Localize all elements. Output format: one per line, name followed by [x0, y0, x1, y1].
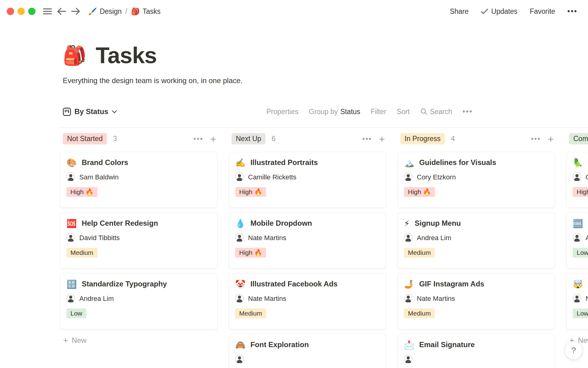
search-button[interactable]: Search [420, 108, 452, 116]
task-card[interactable]: ✍️Illustrated PortraitsCamille RickettsH… [229, 152, 386, 208]
avatar-wrap [573, 233, 581, 243]
new-button[interactable]: New [483, 105, 527, 118]
task-card[interactable]: 🏔️Guidelines for VisualsCory EtzkornHigh… [398, 152, 555, 208]
task-card[interactable]: 🔠Standardize TypographyAndrea LimLow [60, 273, 217, 329]
zoom-button[interactable] [28, 8, 36, 15]
column-tools: •••+ [362, 134, 385, 144]
new-dropdown-button[interactable] [514, 110, 527, 113]
breadcrumb-item-design[interactable]: 🖌️Design [88, 7, 122, 16]
filter-button[interactable]: Filter [371, 108, 386, 116]
avatar [235, 355, 244, 363]
card-title-row: 💧Mobile Dropdown [235, 219, 380, 228]
assignee-name: C [586, 173, 588, 181]
task-card[interactable]: 🆘Help Center RedesignDavid TibbittsMediu… [60, 213, 217, 269]
task-card[interactable]: 🤡Illustrated Facebook AdsNate MartinsMed… [229, 273, 386, 329]
see-no-evil-monkey-icon: 🙈 [235, 341, 246, 349]
chevron-down-icon [518, 110, 523, 113]
view-more-button[interactable]: ••• [463, 108, 473, 116]
minimize-button[interactable] [17, 8, 25, 15]
card-title-row: 🦜U [573, 158, 588, 167]
updates-button[interactable]: Updates [481, 7, 518, 16]
group-by-button[interactable]: Group by Status [309, 108, 360, 116]
help-button[interactable]: ? [565, 342, 582, 359]
breadcrumb-item-tasks[interactable]: 🎒Tasks [131, 7, 161, 16]
task-card[interactable]: 🙈Font Exploration [229, 334, 386, 368]
card-assignee: Cory Etzkorn [404, 172, 548, 182]
column-more-button[interactable]: ••• [194, 135, 203, 143]
assignee-name: Cory Etzkorn [417, 173, 456, 181]
card-assignee: N [573, 294, 588, 304]
assignee-name: Sam Baldwin [79, 173, 119, 181]
status-pill-next-up[interactable]: Next Up [232, 133, 266, 144]
avatar [66, 233, 75, 242]
card-title-row: 🎨Brand Colors [66, 158, 211, 167]
task-card[interactable]: 🆒EALow [566, 213, 588, 269]
task-card[interactable]: 🎨Brand ColorsSam BaldwinHigh 🔥 [60, 152, 217, 208]
status-pill-completed[interactable]: Completed [569, 133, 588, 144]
properties-button[interactable]: Properties [266, 108, 299, 116]
add-card-button[interactable]: + [210, 134, 216, 144]
avatar [404, 355, 413, 363]
add-card-button[interactable]: + [379, 134, 385, 144]
column-count: 3 [113, 135, 117, 143]
page-description[interactable]: Everything the design team is working on… [63, 76, 588, 85]
priority-tag: Medium [404, 248, 435, 258]
share-button[interactable]: Share [450, 7, 469, 16]
favorite-button[interactable]: Favorite [530, 7, 555, 16]
view-switcher[interactable]: By Status [63, 107, 117, 116]
status-pill-in-progress[interactable]: In Progress [400, 133, 445, 144]
column-more-button[interactable]: ••• [531, 135, 541, 143]
card-title: GIF Instagram Ads [419, 280, 484, 288]
card-title-row: 🆒E [573, 219, 588, 228]
more-actions-button[interactable]: ••• [567, 7, 578, 16]
task-card[interactable]: 📩Email Signature [398, 334, 555, 368]
page-body: 🎒 Tasks Everything the design team is wo… [0, 42, 588, 368]
palette-icon: 🎨 [66, 159, 77, 167]
card-title: Illustrated Facebook Ads [251, 280, 338, 288]
task-card[interactable]: 💧Mobile DropdownNate MartinsHigh 🔥 [229, 213, 386, 269]
backpack-icon: 🎒 [131, 7, 140, 16]
card-title: Illustrated Portraits [251, 158, 318, 167]
card-assignee [404, 355, 548, 364]
window-controls [7, 8, 36, 15]
back-button[interactable] [57, 7, 66, 15]
task-card[interactable]: 🤳GIF Instagram AdsNate MartinsMedium [398, 273, 555, 329]
search-label: Search [430, 108, 452, 116]
avatar-wrap [66, 294, 75, 304]
parrot-icon: 🦜 [573, 159, 583, 167]
group-by-value: Status [340, 108, 360, 116]
task-card[interactable]: 🤯HNLow [566, 273, 588, 329]
card-title-row: 🤡Illustrated Facebook Ads [235, 280, 380, 288]
high-voltage-icon: ⚡ [404, 219, 410, 228]
card-assignee: Nate Martins [235, 233, 380, 243]
assignee-name: David Tibbitts [79, 234, 120, 242]
card-assignee: C [573, 172, 588, 182]
task-card[interactable]: 🦜UCHigh 🔥 [566, 152, 588, 208]
add-card-button[interactable]: + [548, 134, 554, 144]
priority-tag: Low [66, 309, 86, 318]
status-pill-not-started[interactable]: Not Started [63, 133, 107, 144]
new-card-button[interactable]: +New [63, 336, 219, 345]
column-header: In Progress4•••+ [400, 133, 554, 144]
new-button-label[interactable]: New [483, 108, 509, 116]
column-header: Completed•••+ [569, 133, 588, 144]
forward-button[interactable] [71, 7, 80, 15]
card-title: Signup Menu [415, 219, 461, 228]
priority-tag: Medium [235, 309, 266, 318]
assignee-name: A [586, 234, 588, 242]
page-backpack-icon[interactable]: 🎒 [63, 46, 86, 65]
check-icon [481, 8, 488, 14]
avatar [573, 294, 581, 302]
sort-button[interactable]: Sort [397, 108, 409, 116]
close-button[interactable] [7, 8, 14, 15]
card-title-row: 📩Email Signature [404, 340, 548, 349]
card-title: Standardize Typography [82, 280, 167, 288]
priority-tag: Low [573, 248, 588, 258]
column-more-button[interactable]: ••• [362, 135, 372, 143]
sidebar-menu-button[interactable] [43, 8, 52, 15]
page-title[interactable]: Tasks [96, 42, 156, 68]
task-card[interactable]: ⚡Signup MenuAndrea LimMedium [398, 213, 555, 269]
droplet-icon: 💧 [235, 219, 246, 228]
card-assignee: David Tibbitts [66, 233, 211, 243]
avatar [404, 172, 413, 181]
